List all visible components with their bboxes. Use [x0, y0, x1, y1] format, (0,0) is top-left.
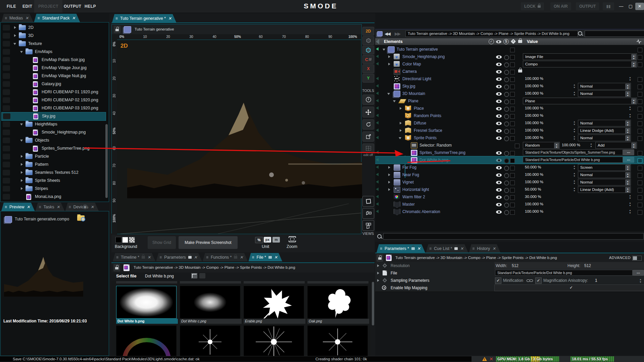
element-checkbox[interactable]: [510, 151, 515, 156]
menu-edit[interactable]: EDIT: [18, 0, 36, 13]
solo-icon[interactable]: [504, 62, 509, 67]
blend-mode-dropdown[interactable]: Normal: [578, 179, 631, 186]
spinner[interactable]: [628, 194, 633, 200]
mip-enabled-check-icon[interactable]: ✓: [569, 285, 573, 290]
browse-button[interactable]: [633, 270, 644, 276]
zoom-fit-icon[interactable]: [289, 236, 296, 242]
row-checkbox[interactable]: [638, 158, 642, 163]
minimize-button[interactable]: —: [617, 3, 626, 10]
close-icon[interactable]: [492, 246, 496, 251]
visible-eye-icon[interactable]: [496, 137, 502, 140]
blend-mode-dropdown[interactable]: Normal: [578, 90, 631, 97]
element-checkbox[interactable]: [510, 55, 515, 60]
param-row-resolution[interactable]: Resolution Width: 512 Height: 512: [375, 262, 644, 270]
row-checkbox[interactable]: [638, 92, 642, 97]
expander-icon[interactable]: [21, 187, 23, 190]
spinner[interactable]: [631, 143, 636, 149]
param-row-file[interactable]: File Standard Pack/Texture/Particle/Dot …: [375, 269, 644, 277]
visible-eye-icon[interactable]: [496, 100, 502, 103]
tree-item-objects[interactable]: Objects: [1, 137, 105, 145]
spinner[interactable]: [638, 277, 643, 283]
tree-item-smode-heightmap-png[interactable]: Smode_Heightmap.png: [1, 128, 105, 137]
element-row-color-map[interactable]: Color Map Compo: [375, 60, 644, 68]
shaded-cube-button[interactable]: [362, 46, 374, 54]
unit-px-button[interactable]: px: [264, 237, 271, 243]
tab-devices[interactable]: Devices: [65, 203, 99, 211]
expander-icon[interactable]: [388, 55, 390, 58]
tree-item-monalisa-png[interactable]: MonaLisa.png: [1, 193, 105, 201]
tab-preview[interactable]: Preview: [1, 203, 35, 211]
expander-icon[interactable]: [400, 122, 402, 124]
search-icon[interactable]: [578, 31, 582, 36]
element-row-camera[interactable]: Camera: [375, 68, 644, 75]
expander-icon[interactable]: [388, 166, 390, 169]
opacity-value[interactable]: 100.000 %: [525, 136, 543, 140]
close-icon[interactable]: [72, 16, 75, 20]
row-checkbox[interactable]: [638, 188, 642, 193]
close-icon[interactable]: [25, 16, 29, 20]
lock-icon[interactable]: [377, 254, 383, 262]
blend-mode-dropdown[interactable]: Screen: [578, 164, 631, 171]
solo-icon[interactable]: [504, 210, 509, 215]
tree-item-seamless-textures-512[interactable]: Seamless Textures 512: [1, 169, 105, 177]
opacity-value[interactable]: 100.000 %: [525, 121, 543, 125]
row-checkbox[interactable]: [638, 62, 642, 67]
solo-icon[interactable]: [504, 151, 509, 156]
lock-icon[interactable]: [114, 26, 120, 33]
opacity-value[interactable]: 100.000 %: [525, 84, 543, 88]
element-checkbox[interactable]: [510, 180, 515, 185]
spinner[interactable]: [625, 179, 630, 186]
selector-dropdown[interactable]: Random: [523, 142, 560, 149]
tree-item-texture[interactable]: Texture: [1, 40, 105, 48]
row-checkbox[interactable]: [638, 166, 642, 170]
back-icon[interactable]: ◀◀: [385, 31, 390, 36]
opacity-value[interactable]: 100.000 %: [525, 209, 543, 213]
element-checkbox[interactable]: [510, 173, 515, 178]
tree-item-particle[interactable]: Particle: [1, 153, 105, 161]
spinner[interactable]: [628, 208, 633, 214]
element-row-near-fog[interactable]: Near Fog 100.000 % Normal: [375, 171, 644, 178]
tree-item-hdri-cubemap-01-1920-png[interactable]: HDRI CUBEMAP 01 1920.png: [1, 88, 105, 96]
spinner[interactable]: [572, 179, 577, 185]
spinner[interactable]: [625, 172, 630, 178]
background-checker-swatch[interactable]: [129, 237, 135, 243]
navigate-tool-button[interactable]: [362, 95, 374, 105]
element-checkbox[interactable]: [510, 188, 515, 193]
close-icon[interactable]: [57, 205, 60, 209]
show-grid-button[interactable]: Show Grid: [148, 236, 176, 249]
warning-icon[interactable]: [482, 357, 487, 361]
expander-icon[interactable]: [388, 188, 390, 191]
spinner[interactable]: [572, 135, 577, 141]
row-checkbox[interactable]: [638, 151, 642, 156]
visible-eye-icon[interactable]: [496, 85, 502, 88]
anisotropy-value[interactable]: 1: [595, 278, 597, 283]
element-checkbox[interactable]: [510, 158, 515, 163]
expander-icon[interactable]: [377, 272, 379, 274]
spinner[interactable]: [628, 105, 633, 111]
spinner[interactable]: [625, 84, 630, 90]
browse-button[interactable]: [623, 157, 634, 163]
element-row-directional-light[interactable]: Directional Light 100.000 %: [375, 75, 644, 83]
visible-eye-icon[interactable]: [496, 63, 502, 66]
close-button[interactable]: ✕: [635, 3, 644, 10]
solo-icon[interactable]: [504, 99, 509, 104]
expander-icon[interactable]: [387, 93, 390, 95]
x-axis-button[interactable]: X: [362, 64, 374, 73]
solo-icon[interactable]: [504, 203, 509, 208]
file-path-field[interactable]: Standard Pack/Texture/Particle/Dot White…: [495, 270, 633, 276]
opacity-value[interactable]: 100.000 %: [525, 180, 543, 184]
blend-mode-dropdown[interactable]: Normal: [578, 135, 631, 141]
split-view-button[interactable]: [362, 208, 374, 219]
element-checkbox[interactable]: [510, 195, 515, 200]
lock-button[interactable]: LOCK: [521, 2, 544, 10]
solo-icon[interactable]: [504, 85, 509, 90]
close-icon[interactable]: [194, 255, 197, 260]
tree-item-envmaps[interactable]: EnvMaps: [1, 48, 105, 56]
spinner[interactable]: [625, 91, 630, 97]
expander-icon[interactable]: [377, 279, 379, 282]
spinner[interactable]: [631, 54, 636, 60]
solo-icon[interactable]: [504, 195, 509, 200]
visible-eye-icon[interactable]: [496, 55, 502, 59]
solo-icon[interactable]: [504, 70, 509, 75]
element-breadcrumb[interactable]: Tuto Terrain generative -> 3D Mountain -…: [405, 31, 578, 37]
